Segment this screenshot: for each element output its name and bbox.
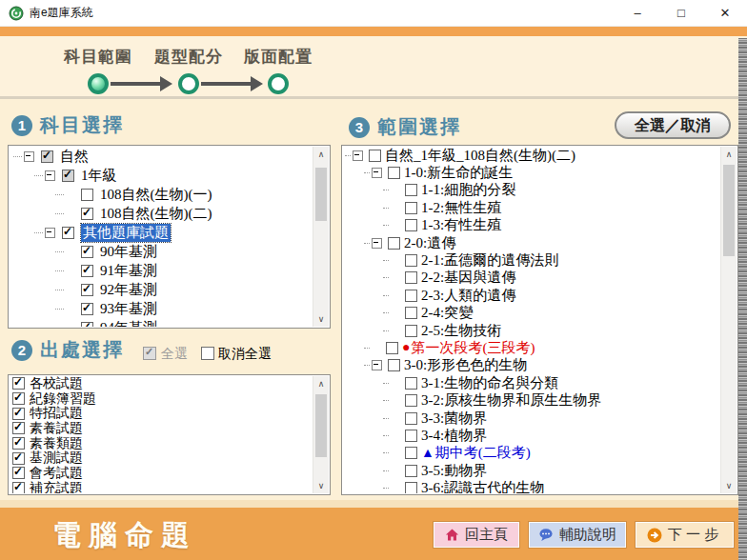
tree-row[interactable]: 2-3:人類的遺傳 xyxy=(343,287,720,304)
checkbox[interactable] xyxy=(81,189,93,201)
checkbox[interactable] xyxy=(12,422,25,434)
tree-label[interactable]: 94年基測 xyxy=(100,319,157,328)
minimize-button[interactable]: – xyxy=(616,0,659,27)
source-list-scrollbar[interactable]: ∧ ∨ xyxy=(313,376,329,493)
tree-row[interactable]: 2-0:遺傳 xyxy=(343,234,720,251)
checkbox[interactable] xyxy=(405,219,417,231)
tree-label[interactable]: 1年級 xyxy=(81,167,117,185)
checkbox[interactable] xyxy=(12,467,25,479)
checkbox[interactable] xyxy=(12,482,25,493)
tree-label[interactable]: 其他題庫試題 xyxy=(81,224,171,242)
step-circle-1-active[interactable] xyxy=(88,73,109,94)
list-item-label[interactable]: 補充試題 xyxy=(30,480,83,493)
tree-row[interactable]: 108自然(生物)(二) xyxy=(10,204,313,223)
scrollbar-thumb[interactable] xyxy=(315,168,327,221)
tree-row[interactable]: 94年基測 xyxy=(10,318,313,327)
tree-label[interactable]: 108自然(生物)(一) xyxy=(100,186,212,204)
tree-label[interactable]: 第一次段考(三段考) xyxy=(411,339,535,357)
tree-label[interactable]: 期中考(二段考) xyxy=(435,444,531,462)
checkbox[interactable] xyxy=(405,290,417,302)
scrollbar-thumb[interactable] xyxy=(315,394,327,457)
tree-label[interactable]: 3-4:植物界 xyxy=(421,427,487,445)
tree-label[interactable]: 1-0:新生命的誕生 xyxy=(404,164,513,182)
scroll-up-icon[interactable]: ∧ xyxy=(721,147,737,162)
tree-row[interactable]: 108自然(生物)(一) xyxy=(10,185,313,204)
checkbox[interactable] xyxy=(405,465,417,477)
tree-label[interactable]: 3-2:原核生物界和原生生物界 xyxy=(421,391,601,410)
collapse-toggle-icon[interactable] xyxy=(45,228,55,238)
collapse-toggle-icon[interactable] xyxy=(45,170,55,181)
step-circle-3[interactable] xyxy=(268,73,289,94)
tree-label[interactable]: 1-2:無性生殖 xyxy=(421,199,501,217)
checkbox[interactable] xyxy=(81,284,93,296)
checkbox[interactable] xyxy=(81,265,93,277)
tree-row[interactable]: 2-1:孟德爾的遺傳法則 xyxy=(343,251,720,269)
tree-row[interactable]: 2-5:生物技術 xyxy=(343,322,720,339)
scroll-up-icon[interactable]: ∧ xyxy=(313,147,329,162)
checkbox[interactable] xyxy=(405,184,417,196)
checkbox[interactable] xyxy=(405,412,417,425)
range-tree-scrollbar[interactable]: ∧ ∨ xyxy=(720,147,737,493)
checkbox[interactable] xyxy=(405,325,417,337)
tree-row[interactable]: 91年基測 xyxy=(10,261,313,280)
help-button[interactable]: 輔助說明 xyxy=(529,522,626,548)
checkbox[interactable] xyxy=(405,307,417,319)
tree-row[interactable]: 1-1:細胞的分裂 xyxy=(343,182,720,199)
scroll-down-icon[interactable]: ∨ xyxy=(721,478,737,493)
list-item[interactable]: 基測試題 xyxy=(10,450,313,466)
checkbox[interactable] xyxy=(405,271,417,284)
list-item[interactable]: 補充試題 xyxy=(10,481,313,493)
checkbox[interactable] xyxy=(405,254,417,267)
tree-row[interactable]: 2-2:基因與遺傳 xyxy=(343,270,720,287)
collapse-toggle-icon[interactable] xyxy=(372,360,382,370)
list-item[interactable]: 各校試題 xyxy=(10,376,313,391)
checkbox[interactable] xyxy=(388,167,400,179)
tree-row[interactable]: 3-3:菌物界 xyxy=(343,410,720,427)
tree-label[interactable]: 3-0:形形色色的生物 xyxy=(404,356,527,374)
tree-label[interactable]: 93年基測 xyxy=(100,300,157,318)
tree-row[interactable]: 1-2:無性生殖 xyxy=(343,199,720,216)
maximize-button[interactable]: □ xyxy=(659,0,703,27)
tree-row[interactable]: 2-4:突變 xyxy=(343,305,720,322)
list-item[interactable]: 素養類題 xyxy=(10,436,313,451)
close-button[interactable]: ✕ xyxy=(703,0,747,27)
tree-row[interactable]: 自然_1年級_108自然(生物)(二) xyxy=(343,147,720,164)
checkbox[interactable] xyxy=(81,303,93,315)
tree-row[interactable]: 92年基測 xyxy=(10,280,313,299)
tree-label[interactable]: 91年基測 xyxy=(100,262,157,280)
tree-label[interactable]: 2-0:遺傳 xyxy=(404,234,455,252)
tree-label[interactable]: 3-6:認識古代的生物 xyxy=(421,479,544,493)
checkbox[interactable] xyxy=(388,237,400,250)
tree-row[interactable]: ●第一次段考(三段考) xyxy=(343,339,720,356)
deselect-all-checkbox[interactable] xyxy=(201,347,214,360)
tree-label[interactable]: 1-3:有性生殖 xyxy=(421,216,501,234)
checkbox[interactable] xyxy=(81,208,93,220)
checkbox[interactable] xyxy=(81,246,93,258)
checkbox[interactable] xyxy=(62,170,74,182)
tree-label[interactable]: 1-1:細胞的分裂 xyxy=(421,181,515,199)
scroll-up-icon[interactable]: ∧ xyxy=(313,376,329,391)
list-item[interactable]: 素養試題 xyxy=(10,421,313,436)
list-item[interactable]: 紀錄簿習題 xyxy=(10,391,313,407)
collapse-toggle-icon[interactable] xyxy=(24,151,34,162)
home-button[interactable]: 回主頁 xyxy=(434,522,519,548)
scroll-down-icon[interactable]: ∨ xyxy=(313,311,329,327)
checkbox[interactable] xyxy=(12,392,25,405)
checkbox[interactable] xyxy=(81,322,93,328)
tree-row[interactable]: 3-5:動物界 xyxy=(343,462,720,479)
tree-label[interactable]: 2-5:生物技術 xyxy=(421,322,501,340)
tree-label[interactable]: 108自然(生物)(二) xyxy=(100,205,212,223)
checkbox[interactable] xyxy=(405,430,417,442)
tree-label[interactable]: 2-4:突變 xyxy=(421,304,473,322)
tree-label[interactable]: 90年基測 xyxy=(100,243,157,261)
checkbox[interactable] xyxy=(405,202,417,214)
checkbox[interactable] xyxy=(405,482,417,493)
checkbox[interactable] xyxy=(12,377,25,390)
checkbox[interactable] xyxy=(12,408,25,420)
select-all-toggle-button[interactable]: 全選／取消 xyxy=(615,111,731,139)
tree-label[interactable]: 3-1:生物的命名與分類 xyxy=(421,374,558,392)
step-circle-2[interactable] xyxy=(178,73,199,94)
scroll-down-icon[interactable]: ∨ xyxy=(313,478,329,493)
checkbox[interactable] xyxy=(41,150,53,163)
checkbox[interactable] xyxy=(62,227,74,239)
